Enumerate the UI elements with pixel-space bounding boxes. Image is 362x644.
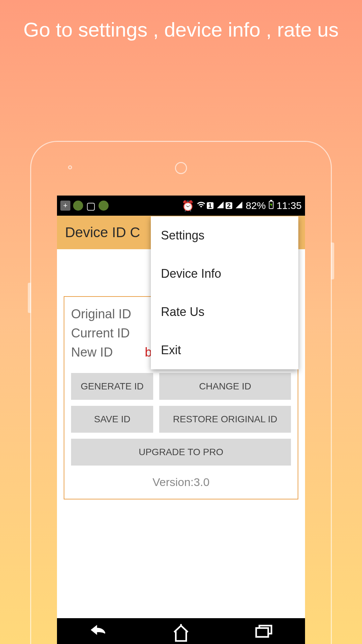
wifi-icon: [197, 200, 205, 211]
original-id-label: Original ID: [71, 307, 145, 321]
new-id-label: New ID: [71, 345, 145, 360]
recents-icon[interactable]: [254, 623, 274, 640]
app-screenshot: + ▢ ⏰ 1 2 82%: [57, 196, 305, 644]
alarm-icon: ⏰: [182, 200, 194, 212]
menu-item-device-info[interactable]: Device Info: [151, 255, 298, 293]
phone-side-decor-2: [331, 243, 334, 279]
signal-icon-2: [235, 200, 243, 211]
plus-icon: +: [60, 201, 70, 211]
svg-rect-2: [256, 628, 268, 637]
phone-side-decor: [28, 283, 31, 313]
menu-item-settings[interactable]: Settings: [151, 216, 298, 255]
menu-item-rate-us[interactable]: Rate Us: [151, 293, 298, 331]
restore-id-button[interactable]: RESTORE ORIGINAL ID: [159, 406, 291, 433]
version-label: Version:3.0: [71, 476, 291, 489]
back-icon[interactable]: [88, 623, 108, 640]
current-id-label: Current ID: [71, 326, 145, 340]
status-clock: 11:35: [277, 200, 302, 211]
upgrade-pro-button[interactable]: UPGRADE TO PRO: [71, 439, 291, 466]
sync-icon: [99, 201, 109, 211]
app-status-icon: [73, 201, 83, 211]
battery-icon: [268, 200, 274, 212]
sim1-badge: 1: [207, 202, 214, 209]
promo-title: Go to settings , device info , rate us: [0, 0, 362, 53]
home-icon[interactable]: [171, 623, 191, 640]
signal-icon-1: [216, 200, 224, 211]
battery-percent: 82%: [246, 200, 266, 211]
status-bar: + ▢ ⏰ 1 2 82%: [57, 196, 305, 216]
phone-camera-decor: [68, 165, 72, 169]
phone-speaker-decor: [175, 162, 187, 174]
app-title: Device ID C: [65, 224, 140, 240]
image-icon: ▢: [86, 201, 96, 211]
status-right: ⏰ 1 2 82% 11:35: [182, 200, 302, 212]
svg-rect-1: [270, 200, 272, 201]
navigation-bar: [57, 618, 305, 644]
button-grid: GENERATE ID CHANGE ID SAVE ID RESTORE OR…: [71, 373, 291, 466]
sim2-badge: 2: [226, 202, 232, 209]
status-left: + ▢: [60, 201, 109, 211]
generate-id-button[interactable]: GENERATE ID: [71, 373, 153, 400]
change-id-button[interactable]: CHANGE ID: [159, 373, 291, 400]
overflow-menu: Settings Device Info Rate Us Exit: [151, 216, 298, 369]
save-id-button[interactable]: SAVE ID: [71, 406, 153, 433]
phone-frame: + ▢ ⏰ 1 2 82%: [30, 141, 332, 644]
menu-item-exit[interactable]: Exit: [151, 331, 298, 369]
